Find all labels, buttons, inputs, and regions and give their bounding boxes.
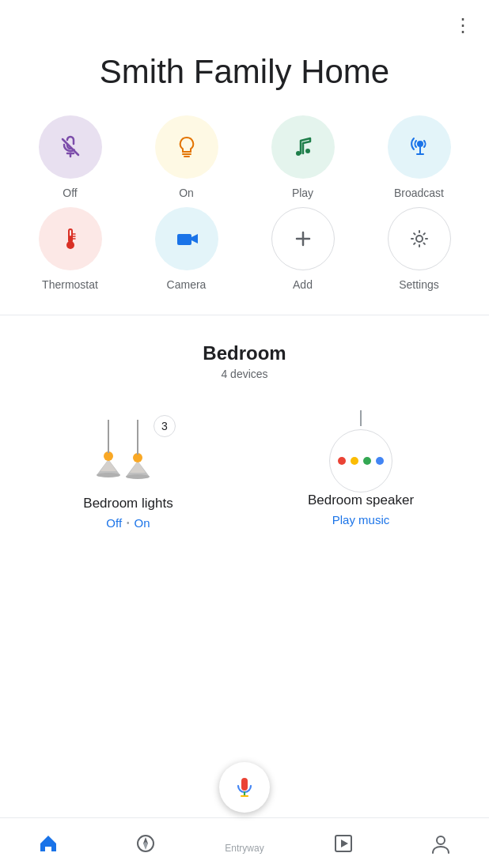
add-label: Add <box>293 278 313 291</box>
speaker-action: Play music <box>332 513 390 526</box>
lights-name: Bedroom lights <box>83 496 172 511</box>
room-section: Bedroom 4 devices <box>0 323 489 388</box>
header: ⋮ <box>0 0 489 36</box>
svg-marker-25 <box>130 461 146 473</box>
svg-point-4 <box>296 151 301 156</box>
svg-marker-36 <box>341 840 348 847</box>
speaker-name: Bedroom speaker <box>308 492 414 508</box>
home-nav-icon <box>37 832 59 855</box>
svg-point-11 <box>66 241 74 249</box>
thermostat-label: Thermostat <box>42 278 98 291</box>
speaker-dots <box>338 457 384 465</box>
off-label: Off <box>63 187 77 199</box>
svg-point-37 <box>437 836 445 844</box>
section-divider <box>0 315 489 315</box>
speaker-wrap <box>325 420 396 483</box>
action-broadcast[interactable]: Broadcast <box>365 115 473 199</box>
broadcast-circle <box>388 115 451 179</box>
svg-point-19 <box>416 236 423 242</box>
svg-point-27 <box>126 474 150 479</box>
media-nav-icon <box>332 832 354 855</box>
lights-status-on: On <box>135 516 150 530</box>
bottom-nav: Entryway <box>0 817 489 868</box>
action-thermostat[interactable]: Thermostat <box>16 207 124 291</box>
speaker-icon-wrap <box>325 420 396 483</box>
mic-fab-icon <box>232 775 257 800</box>
action-camera[interactable]: Camera <box>132 207 241 291</box>
camera-label: Camera <box>167 278 207 291</box>
profile-nav-icon <box>430 832 452 855</box>
camera-circle <box>155 207 218 270</box>
svg-rect-15 <box>177 234 191 245</box>
settings-label: Settings <box>399 278 439 291</box>
compass-nav-icon <box>135 832 157 855</box>
status-separator: • <box>127 519 130 527</box>
camera-icon <box>172 225 201 253</box>
devices-grid: 3 Bedroom lights Off • On <box>0 388 489 606</box>
action-on[interactable]: On <box>132 115 241 199</box>
dot-blue <box>376 457 384 465</box>
thermostat-icon <box>56 225 85 253</box>
broadcast-icon <box>405 133 434 161</box>
play-label: Play <box>292 187 313 199</box>
nav-home[interactable] <box>25 826 72 861</box>
off-circle <box>39 115 102 179</box>
broadcast-label: Broadcast <box>394 187 444 199</box>
more-icon[interactable]: ⋮ <box>453 14 473 36</box>
mic-off-icon <box>56 133 85 161</box>
entryway-label: Entryway <box>225 843 263 854</box>
light-bulb-icon <box>172 133 201 161</box>
gear-icon <box>405 225 434 253</box>
play-circle <box>271 115 335 179</box>
mic-fab-wrap <box>219 762 270 813</box>
plus-icon <box>289 225 317 253</box>
svg-point-6 <box>417 141 423 147</box>
settings-circle <box>388 207 451 270</box>
dot-green <box>363 457 371 465</box>
bedroom-lights-card[interactable]: 3 Bedroom lights Off • On <box>16 404 241 542</box>
speaker-status: Play music <box>332 513 390 526</box>
lights-status: Off • On <box>106 516 150 530</box>
lights-badge: 3 <box>154 415 176 437</box>
home-title: Smith Family Home <box>0 36 489 115</box>
dot-red <box>338 457 346 465</box>
on-label: On <box>179 187 194 199</box>
svg-rect-10 <box>69 236 71 242</box>
action-play[interactable]: Play <box>248 115 357 199</box>
dot-yellow <box>351 457 358 465</box>
thermostat-circle <box>39 207 102 270</box>
svg-point-5 <box>305 149 310 153</box>
svg-marker-16 <box>191 234 198 243</box>
speaker-circle <box>329 429 392 492</box>
nav-explore[interactable] <box>122 826 169 861</box>
svg-marker-21 <box>100 459 116 471</box>
action-off[interactable]: Off <box>16 115 124 199</box>
music-note-icon <box>289 133 317 161</box>
action-add[interactable]: Add <box>248 207 357 291</box>
room-title: Bedroom <box>16 342 473 364</box>
svg-point-23 <box>97 473 120 477</box>
on-circle <box>155 115 218 179</box>
mic-fab-button[interactable] <box>219 762 270 813</box>
speaker-wire <box>360 410 362 426</box>
nav-profile[interactable] <box>417 826 464 861</box>
bedroom-speaker-card[interactable]: Bedroom speaker Play music <box>248 404 473 542</box>
action-settings[interactable]: Settings <box>365 207 473 291</box>
add-circle <box>271 207 335 270</box>
lights-status-off: Off <box>106 516 122 530</box>
actions-grid: Off On Play <box>0 115 489 307</box>
lights-icon-wrap: 3 <box>89 420 168 486</box>
nav-media[interactable] <box>320 826 367 861</box>
room-device-count: 4 devices <box>16 368 473 380</box>
svg-marker-34 <box>143 842 148 850</box>
